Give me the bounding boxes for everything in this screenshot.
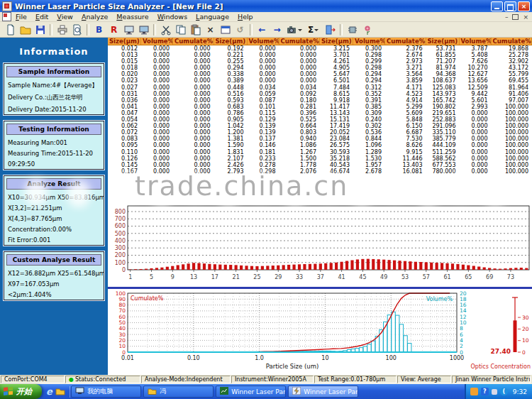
link-icon[interactable] [345,23,360,36]
size-cell: 0.145 [108,162,141,168]
info-line: Measuring Man:001 [4,137,104,148]
volume-cell: 0.139 [248,123,279,129]
table-row: 2.4260.2781.778 [214,162,321,168]
table-row: 0.0200.0000.000 [108,71,214,77]
status-segment-2: Analyse-Mode:Independent [141,376,231,383]
start-button[interactable]: 开始 [0,384,42,399]
svg-text:Optics Concentration: Optics Concentration [471,364,531,370]
info-box-header: Sample Information [6,66,101,77]
menu-meassure[interactable]: Meassure [116,13,148,21]
size-cell: 0.013 [108,52,141,58]
sigma-icon-dropdown[interactable] [314,29,318,33]
menu-windows[interactable]: Windows [157,13,187,21]
size-cell: 4.905 [320,65,353,71]
app2-icon [292,387,301,396]
child-close-button[interactable]: × [523,13,528,21]
table-row: 0.1260.0000.000 [108,155,214,162]
menu-language[interactable]: Language [196,13,229,21]
size-cell: 588.562 [426,155,460,162]
print-preview-icon[interactable] [70,23,84,36]
back-icon[interactable]: ← [255,23,270,36]
delete-icon[interactable]: × [203,23,218,36]
tray-input-icon[interactable] [492,389,497,395]
bold-icon[interactable]: B [92,23,106,36]
cumulate-cell: 100.000 [492,142,532,148]
cumulate-cell: 0.000 [173,129,214,136]
size-cell: 0.083 [108,136,141,142]
about-rose-icon[interactable] [360,23,375,36]
column-header: Size(μm) [426,38,460,45]
new-document-icon[interactable] [3,23,18,36]
volume-cell: 0.299 [353,58,385,65]
cut-icon[interactable] [158,23,173,36]
properties-icon[interactable] [218,23,233,36]
cumulate-cell: 0.000 [173,104,214,110]
folder-shortcut-icon[interactable] [55,387,65,397]
status-text: View: Average [401,376,441,383]
menu-file[interactable]: File [16,13,27,21]
child-minimize-button[interactable]: – [505,13,509,21]
child-restore-button[interactable] [512,14,519,20]
volume-cell: 0.298 [353,65,385,71]
table-row: 0.4480.0340.034 [214,84,321,91]
svg-text:53: 53 [401,274,409,280]
status-segment-0: ComPort:COM4 [1,376,65,383]
info-box-header: Testing Information [6,124,101,135]
print-icon[interactable] [55,23,70,36]
close-button[interactable]: × [518,1,530,11]
column-header: Size(μm) [214,38,248,45]
forward-icon[interactable]: → [270,23,284,36]
taskbar-button-2[interactable]: Winner Laser Par... [216,386,286,398]
menu-view[interactable]: View [57,13,73,21]
size-cell: 35.218 [320,155,353,162]
menu-analyze[interactable]: Analyze [82,13,108,21]
main-area: Information Sample InformationSample Nam… [0,38,532,375]
cumulate-cell: 2.973 [385,58,426,65]
table-row: 71.2077.62632.902 [426,58,532,65]
menu-edit[interactable]: Edit [35,13,48,21]
paste-icon[interactable] [188,23,203,36]
sigma-icon[interactable]: Σ [304,23,323,36]
internet-explorer-icon[interactable]: e [46,387,52,397]
save-icon[interactable] [33,23,48,36]
table-row: 0.0720.0000.000 [108,129,214,136]
screen-icon[interactable] [121,23,136,36]
volume-cell: 0.000 [141,104,173,110]
camera-icon-dropdown[interactable] [298,29,302,33]
tray-graphics-icon[interactable] [470,388,478,395]
delete-icon-glyph: × [206,24,214,35]
minimize-button[interactable] [491,1,503,11]
taskbar-button-0[interactable]: 我的电脑 [71,386,141,398]
tray-messenger-icon[interactable]: ( [500,388,508,395]
restore-button[interactable] [504,1,516,11]
taskbar-button-1[interactable]: 冯 [143,386,214,398]
table-row: 0.3890.0000.000 [214,77,321,84]
taskbar-button-label: 我的电脑 [87,387,113,396]
display-icon[interactable] [136,23,151,36]
table-row: 7.4840.3124.171 [320,84,426,91]
cumulate-cell: 0.000 [173,168,214,175]
camera-icon[interactable] [284,23,304,36]
menu-help[interactable]: Help [238,13,253,21]
red-report-icon[interactable]: R [106,23,121,36]
info-line: 09:29:50 [4,158,104,169]
exit-icon[interactable] [323,23,338,36]
channel-bar-chart: 0100200300400500600700800159131721252933… [108,175,532,287]
start-label: 开始 [16,386,32,397]
info-line: X97=167.053μm [4,278,104,289]
undo-icon[interactable]: ↺ [233,23,248,36]
cumulate-cell: 0.281 [279,104,321,110]
tray-help-icon[interactable]: ? [481,388,489,395]
taskbar-button-3[interactable]: Winner Laser Par... [288,386,358,398]
svg-text:30: 30 [522,315,529,321]
cumulate-cell: 0.000 [173,45,214,52]
size-cell: 7.484 [320,84,353,91]
svg-text:29: 29 [275,274,282,280]
copy-icon[interactable] [173,23,188,36]
table-row: 0.0120.0000.000 [108,45,214,52]
svg-text:8: 8 [460,325,463,332]
svg-text:70: 70 [118,307,126,314]
table-row: 0.0310.0000.000 [108,91,214,97]
open-file-icon[interactable] [18,23,33,36]
size-cell: 15.131 [320,116,353,123]
